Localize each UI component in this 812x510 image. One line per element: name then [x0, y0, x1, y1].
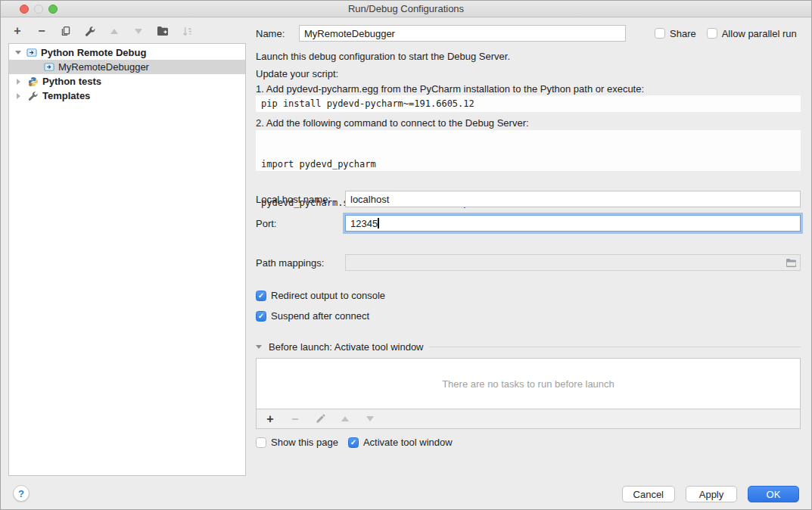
redirect-output-checkbox[interactable]: ✓ Redirect output to console [256, 290, 801, 301]
titlebar: Run/Debug Configurations [1, 1, 811, 17]
suspend-after-connect-checkbox[interactable]: ✓ Suspend after connect [256, 310, 801, 322]
copy-configuration-button[interactable] [60, 25, 72, 37]
code-import-line: import pydevd_pycharm [261, 158, 795, 171]
tree-item-label: Python tests [42, 76, 101, 87]
share-label: Share [670, 28, 696, 39]
question-mark-icon: ? [18, 488, 24, 499]
up-arrow-icon [110, 29, 118, 34]
local-host-row: Local host name: [256, 191, 801, 207]
down-arrow-icon [366, 416, 374, 421]
suspend-after-connect-label: Suspend after connect [271, 310, 369, 322]
add-task-button[interactable]: + [264, 413, 276, 425]
wrench-icon [28, 91, 39, 101]
before-launch-title: Before launch: Activate tool window [269, 341, 424, 353]
down-arrow-icon [135, 29, 142, 34]
chevron-right-icon[interactable] [17, 93, 20, 99]
redirect-output-label: Redirect output to console [271, 290, 385, 301]
local-host-input[interactable] [345, 191, 801, 207]
show-this-page-label: Show this page [271, 437, 338, 448]
up-arrow-icon [341, 416, 349, 421]
port-label: Port: [256, 218, 345, 229]
before-launch-toolbar: + − [256, 409, 801, 429]
page-options-row: Show this page ✓ Activate tool window [256, 437, 801, 448]
sort-configurations-button[interactable] [181, 25, 193, 37]
path-mappings-label: Path mappings: [256, 257, 345, 269]
local-host-label: Local host name: [256, 194, 345, 205]
step1-text: 1. Add pydevd-pycharm.egg from the PyCha… [256, 83, 801, 95]
minus-icon: − [38, 26, 45, 36]
dialog-buttons: Cancel Apply OK [622, 486, 799, 502]
remote-debug-config-icon [44, 62, 54, 72]
remote-debug-config-icon [26, 48, 37, 58]
activate-tool-window-label: Activate tool window [363, 437, 453, 448]
checkbox-checked-icon: ✓ [256, 311, 266, 322]
checkbox-checked-icon: ✓ [256, 291, 266, 301]
create-folder-button[interactable] [157, 25, 169, 37]
name-input[interactable] [299, 25, 626, 42]
plus-icon: + [14, 26, 20, 36]
minimize-button-disabled [34, 5, 43, 14]
tree-item-python-remote-debug[interactable]: Python Remote Debug [9, 45, 245, 60]
edit-task-button[interactable] [314, 413, 326, 425]
allow-parallel-run-checkbox[interactable]: Allow parallel run [707, 28, 797, 39]
run-debug-configurations-dialog: Run/Debug Configurations + − Python Remo… [0, 0, 812, 510]
settrace-code-block: import pydevd_pycharm pydevd_pycharm.set… [256, 130, 801, 171]
move-up-button[interactable] [108, 25, 120, 37]
minus-icon: − [291, 414, 298, 424]
allow-parallel-run-label: Allow parallel run [722, 28, 797, 39]
zoom-button[interactable] [48, 5, 58, 14]
port-input[interactable] [345, 215, 801, 232]
ok-button[interactable]: OK [748, 486, 799, 502]
checkbox-checked-icon: ✓ [348, 437, 359, 448]
move-down-button[interactable] [132, 25, 145, 37]
help-button[interactable]: ? [13, 485, 30, 502]
tree-item-python-tests[interactable]: Python tests [9, 74, 245, 89]
move-task-down-button[interactable] [364, 413, 376, 425]
edit-templates-button[interactable] [84, 25, 96, 37]
activate-tool-window-checkbox[interactable]: ✓ Activate tool window [348, 437, 453, 448]
tree-item-templates[interactable]: Templates [9, 89, 245, 103]
update-script-text: Update your script: [256, 68, 801, 80]
show-this-page-checkbox[interactable]: Show this page [256, 437, 338, 448]
path-mappings-row: Path mappings: [256, 254, 801, 271]
add-configuration-button[interactable]: + [11, 25, 23, 37]
cancel-button[interactable]: Cancel [622, 486, 675, 502]
pencil-icon [316, 414, 325, 424]
tree-item-myremotedebugger[interactable]: MyRemoteDebugger [9, 60, 245, 74]
before-launch-header[interactable]: Before launch: Activate tool window [256, 341, 801, 353]
folder-icon[interactable] [786, 258, 797, 268]
tree-item-label: MyRemoteDebugger [58, 61, 149, 73]
configurations-toolbar: + − [11, 23, 193, 39]
plus-icon: + [266, 414, 273, 424]
text-caret [378, 218, 379, 229]
remove-task-button[interactable]: − [289, 413, 301, 425]
python-tests-icon [28, 76, 39, 87]
empty-tasks-text: There are no tasks to run before launch [442, 378, 614, 390]
apply-button[interactable]: Apply [686, 486, 737, 502]
before-launch-tasks-list[interactable]: There are no tasks to run before launch [256, 358, 801, 409]
chevron-down-icon[interactable] [256, 345, 262, 349]
checkbox-unchecked-icon [256, 437, 266, 448]
remove-configuration-button[interactable]: − [36, 25, 48, 37]
share-checkbox[interactable]: Share [655, 28, 696, 39]
name-row: Name: Share Allow parallel run [256, 25, 801, 42]
window-title: Run/Debug Configurations [348, 3, 464, 14]
pip-install-code: pip install pydevd-pycharm~=191.6605.12 [256, 95, 801, 112]
close-button[interactable] [20, 5, 29, 14]
chevron-right-icon[interactable] [17, 79, 20, 85]
port-row: Port: [256, 215, 801, 232]
tree-item-label: Python Remote Debug [41, 47, 146, 58]
sort-az-icon [182, 26, 193, 37]
folder-plus-icon [157, 26, 169, 36]
checkbox-unchecked-icon [707, 28, 717, 39]
path-mappings-input[interactable] [345, 254, 801, 271]
step2-text: 2. Add the following command to connect … [256, 117, 801, 129]
configurations-tree: Python Remote Debug MyRemoteDebugger Pyt… [8, 43, 246, 476]
copy-icon [61, 26, 71, 36]
checkbox-unchecked-icon [655, 28, 665, 39]
chevron-down-icon[interactable] [15, 51, 21, 54]
move-task-up-button[interactable] [339, 413, 351, 425]
name-label: Name: [256, 28, 294, 39]
divider [429, 347, 801, 347]
tree-item-label: Templates [42, 90, 90, 101]
